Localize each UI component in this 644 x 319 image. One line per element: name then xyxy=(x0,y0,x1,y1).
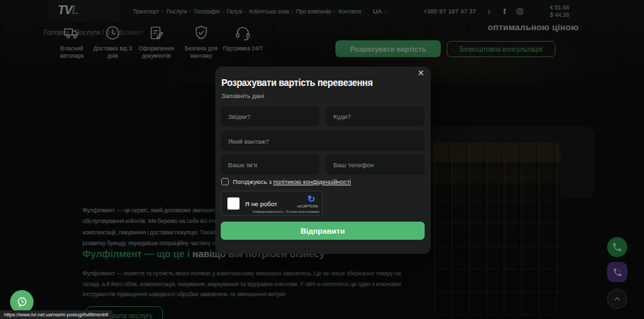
from-input[interactable] xyxy=(221,106,319,126)
recaptcha-logo-icon: ↻ xyxy=(307,194,315,203)
page: TVL Транспорт› Послуги› Географія› Галуз… xyxy=(0,0,644,319)
recaptcha-terms[interactable]: Конфиденциальность - Условия использован… xyxy=(252,210,319,214)
privacy-consent-row: Погоджуюсь з політикою конфіденційності xyxy=(221,178,351,185)
cargo-input[interactable] xyxy=(221,131,425,151)
close-icon[interactable]: × xyxy=(418,68,424,79)
recaptcha-brand: reCAPTCHA xyxy=(297,204,318,208)
recaptcha-checkbox[interactable] xyxy=(227,197,239,210)
recaptcha-label: Я не робот xyxy=(245,200,277,208)
consent-checkbox[interactable] xyxy=(221,178,229,185)
consent-label: Погоджуюсь з політикою конфіденційності xyxy=(233,179,351,185)
privacy-policy-link[interactable]: політикою конфіденційності xyxy=(273,179,351,185)
to-input[interactable] xyxy=(326,106,425,126)
modal-subtitle: Заповніть дані xyxy=(221,92,264,99)
name-input[interactable] xyxy=(221,154,319,175)
calculate-cost-modal: × Розрахувати вартість перевезення Запов… xyxy=(215,66,431,254)
modal-title: Розрахувати вартість перевезення xyxy=(221,77,373,88)
browser-status-url: https://www.tvl.net.ua/nashi-poslugi/ful… xyxy=(0,310,113,319)
phone-input[interactable] xyxy=(326,154,425,175)
recaptcha-widget: Я не робот ↻ reCAPTCHA Конфиденциальност… xyxy=(221,191,323,216)
chat-widget-icon xyxy=(15,295,29,309)
submit-button[interactable]: Відправити xyxy=(221,222,425,240)
